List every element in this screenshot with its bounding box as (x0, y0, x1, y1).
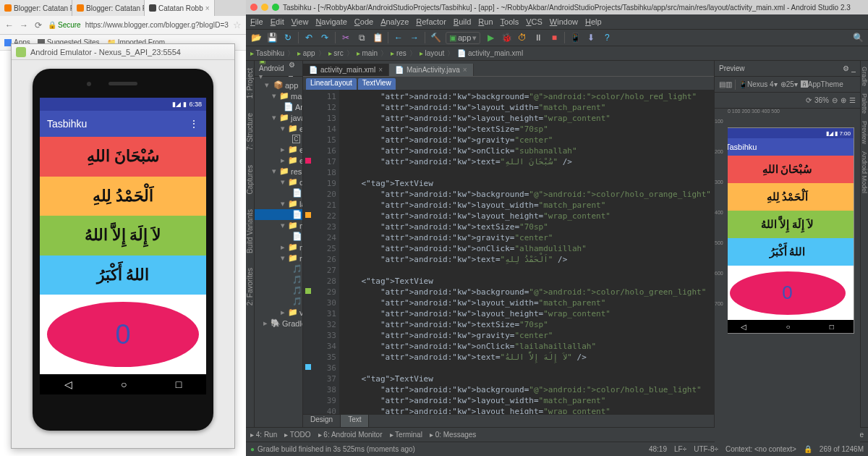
menu-navigate[interactable]: Navigate (315, 17, 346, 26)
band-allahuakbar[interactable]: اللهُ أَكْبَرُ (40, 256, 206, 295)
theme-selector[interactable]: 🅰AppTheme (801, 80, 843, 88)
tree-node[interactable]: 📄AndroidManifest.xml (255, 101, 302, 112)
side-tab[interactable]: Android Model (861, 151, 868, 193)
preview-canvas[interactable]: 0 100 200 300 400 500 100200300400500600… (715, 109, 860, 443)
code-area[interactable]: 1112131415161718192021222324252627282930… (303, 90, 714, 414)
crumb-textview[interactable]: TextView (358, 78, 396, 90)
bottom-tool[interactable]: ▸ Terminal (390, 431, 422, 439)
nav-recent-icon[interactable]: □ (176, 379, 182, 390)
run-config-selector[interactable]: ▣app▾ (446, 32, 480, 44)
tree-node[interactable]: ▸📁values (255, 307, 302, 318)
debug-icon[interactable]: 🐞 (501, 32, 512, 43)
editor-tab[interactable]: 📄activity_main.xml × (303, 64, 389, 76)
save-icon[interactable]: 💾 (266, 32, 278, 43)
tree-node[interactable]: 📄menu_main.xml (255, 231, 302, 242)
breadcrumb-item[interactable]: ▸ main (357, 49, 378, 57)
band-lailaha[interactable]: لاَ إِلَهَ إِلاَّ اللهُ (40, 216, 206, 256)
overflow-icon[interactable]: ⋮ (189, 118, 199, 130)
zoom-in-icon[interactable]: ⊕ (841, 96, 846, 104)
chrome-tab[interactable]: Catatan Robb× (145, 0, 215, 16)
text-tab[interactable]: Text (341, 415, 369, 427)
menu-analyze[interactable]: Analyze (380, 17, 409, 26)
studio-titlebar[interactable]: Tasbihku - [~/RobbyAkbar/AndroidStudioPr… (246, 0, 868, 14)
sdk-manager-icon[interactable]: ⬇ (585, 32, 597, 43)
side-tab[interactable]: Palette (861, 93, 868, 114)
zoom-out-icon[interactable]: ⊖ (832, 96, 838, 104)
chrome-tab[interactable]: Blogger: Catatan R× (72, 0, 145, 16)
view-mode-icon[interactable]: ▤▥ (719, 80, 732, 88)
cut-icon[interactable]: ✂ (340, 32, 352, 43)
side-tab[interactable]: Captures (246, 165, 254, 195)
bottom-tool[interactable]: ▸ TODO (284, 431, 310, 439)
attach-debugger-icon[interactable]: ⏸ (532, 32, 544, 43)
side-tab[interactable]: Build Variants (246, 209, 254, 253)
api-selector[interactable]: ⊕25▾ (780, 80, 798, 88)
back-icon[interactable]: ← (4, 20, 14, 30)
tree-node[interactable]: ▾📁drawable (255, 177, 302, 187)
context-info[interactable]: Context: <no context> (726, 445, 796, 453)
tree-node[interactable]: ▾📁res (255, 166, 302, 177)
tree-node[interactable]: ▾📁raw (255, 253, 302, 263)
nav-forward-icon[interactable]: → (409, 32, 420, 43)
menu-edit[interactable]: Edit (271, 17, 284, 26)
open-icon[interactable]: 📂 (250, 32, 262, 43)
menu-tools[interactable]: Tools (501, 17, 519, 26)
breadcrumb-item[interactable]: ▸ Tasbihku (250, 49, 284, 57)
tree-node[interactable]: ▸📁mipmap (255, 242, 302, 253)
side-tab[interactable]: Preview (861, 121, 868, 144)
counter-oval[interactable]: 0 (47, 302, 199, 367)
side-tab[interactable]: Gradle (861, 67, 868, 86)
memory-indicator[interactable]: 269 of 1246M (820, 445, 864, 453)
side-tab[interactable]: 2: Favorites (246, 268, 254, 305)
tree-node[interactable]: 🎵tahlil.mp3 (255, 263, 302, 274)
menu-view[interactable]: View (292, 17, 309, 26)
tool-settings-icon[interactable]: ⚙ ⎯ (843, 64, 856, 72)
project-mode[interactable]: Android (259, 64, 284, 72)
crumb-linearlayout[interactable]: LinearLayout (306, 78, 357, 90)
emulator-window[interactable]: Android Emulator - Nexus_5_API_23:5554 ▮… (11, 43, 235, 449)
tree-node[interactable]: 📄activity_main.xml (255, 209, 302, 220)
forward-icon[interactable]: → (19, 20, 29, 30)
tree-node[interactable]: 📄round.xml (255, 187, 302, 198)
copy-icon[interactable]: ⧉ (356, 32, 367, 43)
tree-node[interactable]: 🎵tasbih.mp3 (255, 296, 302, 307)
file-encoding[interactable]: UTF-8÷ (694, 445, 718, 453)
side-tab[interactable]: 1: Project (246, 68, 254, 98)
url-input[interactable]: https://www.blogger.com/blogger.g?blogID… (85, 21, 229, 29)
menu-window[interactable]: Window (550, 17, 578, 26)
settings-icon[interactable]: ☰ (849, 96, 856, 104)
device-selector[interactable]: 📱Nexus 4▾ (739, 80, 778, 88)
tree-node[interactable]: 🎵tahmid.mp3 (255, 274, 302, 285)
tool-settings-icon[interactable]: ⚙ ⎯ (289, 61, 298, 77)
menu-help[interactable]: Help (585, 17, 602, 26)
code-lines[interactable]: "attr">android:"kw">background="@">andro… (339, 90, 714, 414)
tree-node[interactable]: ▾📁es.esy.android_inyourhand.tasbihku (255, 123, 302, 134)
bottom-tool[interactable]: ▸ 6: Android Monitor (318, 431, 383, 439)
lock-icon[interactable]: 🔒 (804, 445, 812, 453)
breadcrumb-item[interactable]: ▸ layout (420, 49, 444, 57)
close-icon[interactable]: × (205, 4, 210, 12)
chrome-tab[interactable]: Blogger: Catatan R× (0, 0, 72, 16)
tree-node[interactable]: ▸🐘Gradle Scripts (255, 318, 302, 329)
breadcrumb-item[interactable]: 📄 activity_main.xml (457, 49, 523, 57)
avd-manager-icon[interactable]: 📱 (569, 32, 581, 43)
band-subhanallah[interactable]: سُبْحَانَ اللهِ (40, 137, 206, 177)
tree-node[interactable]: ▾📁manifests (255, 90, 302, 101)
redo-icon[interactable]: ↷ (319, 32, 331, 43)
search-icon[interactable]: 🔍 (852, 32, 864, 43)
maximize-window-icon[interactable] (272, 4, 279, 11)
undo-icon[interactable]: ↶ (303, 32, 315, 43)
sync-icon[interactable]: ↻ (282, 32, 294, 43)
nav-home-icon[interactable]: ○ (121, 379, 127, 390)
tree-node[interactable]: ▾📁layout (255, 198, 302, 209)
preview-tool-window[interactable]: Preview ⚙ ⎯ ▤▥ 📱Nexus 4▾ ⊕25▾ 🅰AppTheme … (714, 61, 860, 427)
tree-node[interactable]: 🎵takbir.mp3 (255, 285, 302, 296)
editor-tab[interactable]: 📄MainActivity.java × (389, 64, 474, 76)
menu-code[interactable]: Code (354, 17, 373, 26)
breadcrumb-item[interactable]: ▸ res (391, 49, 407, 57)
emulator-titlebar[interactable]: Android Emulator - Nexus_5_API_23:5554 (12, 44, 234, 60)
zoom-value[interactable]: 36% (814, 96, 829, 104)
stop-icon[interactable]: ■ (548, 32, 560, 43)
tree-node[interactable]: ▾📁java (255, 112, 302, 123)
tree-node[interactable]: ▸📁es.esy.android_inyourhand.tasbihku (255, 144, 302, 155)
